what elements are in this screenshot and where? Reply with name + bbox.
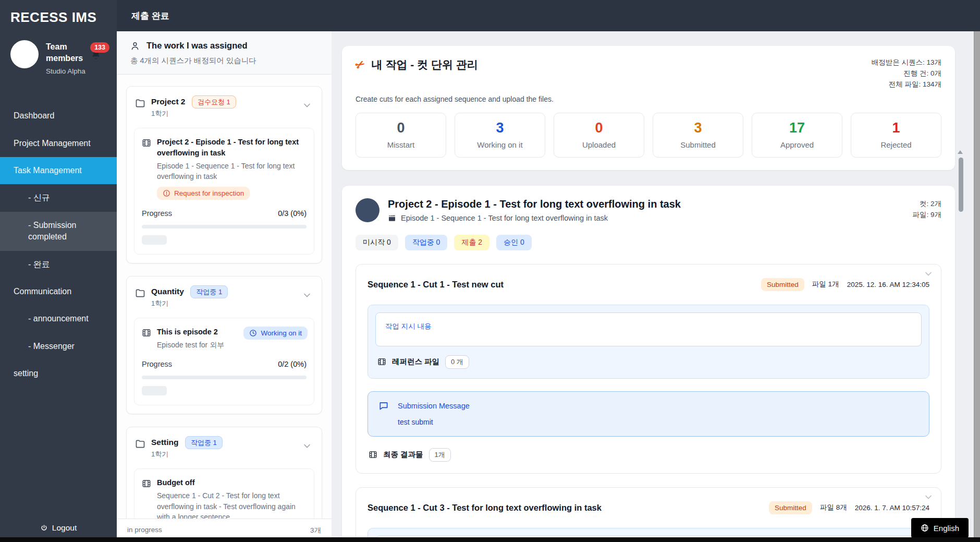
reference-files-count: 0 개 bbox=[445, 355, 469, 369]
cut-file-count: 파일 8개 bbox=[820, 503, 847, 512]
sequence-name: Quantity bbox=[151, 287, 184, 296]
reference-files-label: 레퍼런스 파일 bbox=[392, 357, 439, 367]
project-title: Project 2 - Episode 1 - Test for long te… bbox=[388, 198, 681, 210]
sidebar-item-announcement[interactable]: - announcement bbox=[0, 305, 117, 332]
film-icon bbox=[142, 328, 151, 338]
submission-message-text: test submit bbox=[398, 418, 918, 426]
film-icon bbox=[369, 450, 377, 459]
studio-name: Studio Alpha bbox=[46, 67, 106, 75]
language-button[interactable]: English bbox=[911, 518, 969, 538]
notification-badge[interactable]: 133 bbox=[90, 42, 109, 53]
sidebar-item-project-management[interactable]: Project Management bbox=[0, 130, 117, 157]
footer-count: 3개 bbox=[310, 526, 321, 535]
badge-in-progress: 작업중 0 bbox=[405, 235, 448, 250]
sequence-list: Project 2 검수요청 1 1학기 Project 2 - Episode… bbox=[117, 75, 332, 519]
sidebar-item-dashboard[interactable]: Dashboard bbox=[0, 102, 117, 129]
progress-label: Progress bbox=[142, 209, 172, 218]
instruction-panel: 작업 지시 내용 레퍼런스 파일 0 개 bbox=[368, 305, 929, 379]
sidebar-item-new[interactable]: - 신규 bbox=[0, 184, 117, 211]
sequence-name: Project 2 bbox=[151, 97, 185, 106]
cut-title: Sequence 1 - Cut 1 - Test new cut bbox=[368, 280, 504, 290]
sequence-card-project2[interactable]: Project 2 검수요청 1 1학기 Project 2 - Episode… bbox=[126, 86, 322, 263]
chat-icon bbox=[378, 401, 389, 411]
sidebar-item-done[interactable]: - 완료 bbox=[0, 251, 117, 278]
my-work-subtitle: Create cuts for each assigned sequence a… bbox=[356, 95, 941, 103]
cut-status-badge: Submitted bbox=[761, 278, 804, 291]
task-subtitle: Episode 1 - Sequence 1 - Test for long t… bbox=[157, 161, 307, 182]
meta-in-progress: 진행 건: 0개 bbox=[872, 68, 941, 79]
warning-icon bbox=[163, 189, 170, 197]
chevron-down-icon[interactable] bbox=[302, 441, 312, 453]
project-avatar bbox=[356, 198, 379, 222]
sequence-term: 1학기 bbox=[151, 109, 236, 118]
sequence-name: Setting bbox=[151, 438, 179, 447]
task-card[interactable]: Project 2 - Episode 1 - Test for long te… bbox=[134, 128, 314, 255]
progress-chip bbox=[142, 386, 167, 395]
task-title: This is episode 2 bbox=[157, 327, 224, 338]
stat-approved: 17 Approved bbox=[752, 113, 842, 158]
chevron-down-icon[interactable] bbox=[923, 269, 934, 281]
stat-working-on-it: 3 Working on it bbox=[455, 113, 545, 158]
submission-message-title: Submission Message bbox=[398, 402, 470, 410]
window-scrollbar[interactable] bbox=[974, 31, 980, 542]
sequence-card-quantity[interactable]: Quantity 작업중 1 1학기 This is episode 2 Epi… bbox=[126, 276, 322, 414]
logout-label: Logout bbox=[52, 523, 77, 533]
sidebar-item-messenger[interactable]: - Messenger bbox=[0, 333, 117, 360]
project-card: Project 2 - Episode 1 - Test for long te… bbox=[342, 186, 955, 542]
app-logo: RECESS IMS bbox=[0, 0, 117, 29]
chevron-down-icon[interactable] bbox=[302, 290, 312, 303]
avatar bbox=[10, 40, 39, 68]
cut-file-count: 파일 1개 bbox=[812, 280, 839, 289]
chevron-down-icon[interactable] bbox=[923, 492, 934, 504]
my-work-title: 내 작업 - 컷 단위 관리 bbox=[372, 57, 478, 72]
folder-icon bbox=[135, 288, 145, 298]
content-scrollbar-thumb[interactable] bbox=[959, 158, 963, 212]
globe-icon bbox=[921, 524, 929, 532]
sidebar-item-submission-completed[interactable]: - Submission completed bbox=[0, 212, 117, 251]
stats-row: 0 Misstart 3 Working on it 0 Uploaded 3 … bbox=[356, 113, 941, 158]
film-icon bbox=[142, 138, 151, 148]
stat-misstart: 0 Misstart bbox=[356, 113, 446, 158]
cut-datetime: 2026. 1. 7. AM 10:57:24 bbox=[855, 504, 929, 512]
sidebar-item-task-management[interactable]: Task Management bbox=[0, 157, 117, 184]
power-icon bbox=[40, 524, 48, 532]
language-label: English bbox=[934, 524, 959, 533]
progress-bar bbox=[142, 376, 307, 379]
team-profile[interactable]: Team members Studio Alpha 133 bbox=[0, 29, 117, 79]
scroll-up-arrow[interactable] bbox=[958, 150, 963, 154]
film-icon bbox=[377, 357, 386, 366]
progress-value: 0/2 (0%) bbox=[278, 360, 307, 368]
my-work-card: ✂ 내 작업 - 컷 단위 관리 배정받은 시퀀스: 13개 진행 건: 0개 … bbox=[342, 46, 955, 170]
sequence-term: 1학기 bbox=[151, 299, 228, 308]
sequence-term: 1학기 bbox=[151, 450, 223, 459]
project-cut-count: 컷: 2개 bbox=[912, 198, 941, 210]
assigned-work-panel: The work I was assigned 총 4개의 시퀀스가 배정되어 … bbox=[117, 31, 332, 542]
task-subtitle: Episode test for 외부 bbox=[157, 340, 224, 350]
logout-button[interactable]: Logout bbox=[0, 523, 117, 533]
meta-assigned-sequences: 배정받은 시퀀스: 13개 bbox=[872, 57, 941, 68]
top-bar: 제출 완료 bbox=[0, 0, 980, 31]
sequence-badge: 작업중 1 bbox=[190, 285, 228, 298]
task-card[interactable]: Budget off Sequence 1 - Cut 2 - Test for… bbox=[134, 468, 314, 519]
sequence-card-setting[interactable]: Setting 작업중 1 1학기 Budget off Sequence 1 … bbox=[126, 427, 322, 519]
chevron-down-icon[interactable] bbox=[302, 100, 312, 113]
badge-approved: 승인 0 bbox=[496, 235, 532, 250]
cut-card-1: Sequence 1 - Cut 1 - Test new cut Submit… bbox=[356, 264, 941, 474]
sequence-badge: 작업중 1 bbox=[185, 436, 223, 449]
final-output-label: 최종 결과물 bbox=[383, 450, 423, 460]
status-badges-row: 미시작 0 작업중 0 제출 2 승인 0 bbox=[356, 235, 941, 250]
scissors-icon: ✂ bbox=[353, 57, 367, 73]
assigned-subtitle: 총 4개의 시퀀스가 배정되어 있습니다 bbox=[130, 56, 318, 66]
progress-label: Progress bbox=[142, 360, 172, 368]
sidebar-item-setting[interactable]: setting bbox=[0, 360, 117, 387]
sidebar: RECESS IMS Team members Studio Alpha 133… bbox=[0, 0, 117, 542]
sidebar-item-communication[interactable]: Communication bbox=[0, 278, 117, 305]
meta-total-files: 전체 파일: 134개 bbox=[872, 79, 941, 90]
stat-rejected: 1 Rejected bbox=[851, 113, 941, 158]
sequence-badge: 검수요청 1 bbox=[192, 95, 236, 109]
folder-icon bbox=[135, 439, 145, 449]
stat-submitted: 3 Submitted bbox=[653, 113, 743, 158]
badge-not-started: 미시작 0 bbox=[356, 235, 398, 250]
submission-message-panel: Submission Message test submit bbox=[368, 391, 929, 437]
task-card[interactable]: This is episode 2 Episode test for 외부 Wo… bbox=[134, 318, 314, 405]
